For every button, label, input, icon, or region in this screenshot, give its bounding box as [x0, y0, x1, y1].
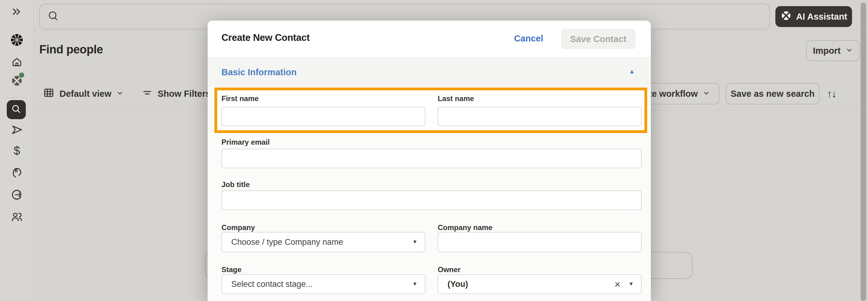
- save-as-new-search-button[interactable]: Save as new search: [726, 83, 819, 104]
- workspace-logo[interactable]: [0, 32, 34, 48]
- save-as-new-search-label: Save as new search: [731, 89, 815, 99]
- sidebar-item-search[interactable]: [7, 100, 26, 119]
- dropdown-caret-icon: ▼: [412, 281, 417, 287]
- vertical-scrollbar[interactable]: [861, 2, 866, 301]
- stage-select[interactable]: Select contact stage... ▼: [221, 274, 426, 294]
- sidebar-item-network[interactable]: [0, 74, 34, 88]
- dollar-icon: $: [13, 144, 20, 158]
- global-search-input[interactable]: [64, 12, 769, 22]
- last-name-input[interactable]: [438, 107, 642, 126]
- show-filters-label: Show Filters: [158, 89, 210, 99]
- modal-header: Create New Contact Cancel Save Contact: [208, 21, 651, 57]
- sort-arrows-icon: ↑↓: [827, 88, 836, 100]
- ai-assistant-label: AI Assistant: [796, 12, 847, 22]
- expand-sidebar-button[interactable]: [0, 5, 34, 18]
- modal-title: Create New Contact: [221, 32, 309, 43]
- stage-select-placeholder: Select contact stage...: [231, 279, 412, 289]
- sidebar-item-deals[interactable]: $: [0, 144, 34, 158]
- section-title: Basic Information: [221, 67, 297, 77]
- job-title-input[interactable]: [221, 190, 642, 210]
- first-name-input[interactable]: [221, 107, 426, 126]
- people-icon: [10, 210, 23, 223]
- search-icon: [11, 104, 22, 116]
- send-icon: [11, 124, 23, 136]
- sphere-icon: [780, 10, 792, 24]
- dropdown-caret-icon: ▼: [628, 281, 634, 287]
- company-name-label: Company name: [438, 223, 642, 232]
- import-button[interactable]: Import: [806, 40, 860, 61]
- grid-view-icon: [43, 87, 55, 101]
- primary-email-input[interactable]: [221, 149, 642, 168]
- create-contact-modal: Create New Contact Cancel Save Contact B…: [208, 21, 651, 301]
- search-icon: [47, 10, 60, 23]
- page-title: Find people: [39, 43, 103, 56]
- sidebar-item-sequences[interactable]: [0, 124, 34, 137]
- job-title-label: Job title: [221, 180, 642, 189]
- company-select-placeholder: Choose / type Company name: [231, 238, 412, 247]
- save-contact-button[interactable]: Save Contact: [561, 29, 636, 49]
- clear-owner-icon[interactable]: ×: [614, 279, 620, 289]
- show-filters-button[interactable]: Show Filters: [142, 83, 210, 104]
- double-chevron-right-icon: [12, 8, 22, 16]
- login-arrow-icon: [11, 189, 23, 201]
- sidebar: $: [0, 0, 34, 301]
- filter-icon: [142, 87, 153, 101]
- hand-icon: [11, 167, 23, 180]
- sort-button[interactable]: ↑↓: [827, 83, 836, 104]
- view-switcher[interactable]: Default view: [43, 83, 124, 104]
- dropdown-caret-icon: ▼: [412, 239, 417, 245]
- notification-dot: [19, 73, 24, 78]
- home-icon: [11, 56, 23, 68]
- chevron-down-icon: [846, 46, 853, 56]
- chevron-down-icon: [116, 89, 124, 99]
- owner-select[interactable]: (You) × ▼: [438, 274, 642, 294]
- chevron-down-icon: [703, 89, 710, 99]
- company-select[interactable]: Choose / type Company name ▼: [221, 232, 426, 252]
- import-label: Import: [813, 46, 840, 56]
- company-label: Company: [221, 223, 426, 232]
- sidebar-item-home[interactable]: [0, 55, 34, 69]
- last-name-label: Last name: [438, 94, 642, 103]
- first-name-label: First name: [221, 94, 426, 103]
- sidebar-item-logins[interactable]: [0, 187, 34, 202]
- owner-label: Owner: [438, 265, 642, 274]
- ai-assistant-button[interactable]: AI Assistant: [775, 6, 852, 27]
- basic-information-section-header[interactable]: Basic Information ▲: [208, 57, 651, 87]
- stage-label: Stage: [221, 265, 426, 274]
- cancel-button[interactable]: Cancel: [514, 33, 543, 44]
- app-screen: $: [0, 0, 868, 301]
- primary-email-label: Primary email: [221, 138, 642, 146]
- company-name-input[interactable]: [438, 232, 642, 252]
- sidebar-item-contacts[interactable]: [0, 210, 34, 224]
- sidebar-item-offers[interactable]: [0, 166, 34, 181]
- owner-select-value: (You): [447, 279, 614, 289]
- view-switcher-label: Default view: [60, 89, 111, 99]
- starburst-logo-icon: [9, 32, 25, 48]
- collapse-section-icon[interactable]: ▲: [629, 68, 635, 75]
